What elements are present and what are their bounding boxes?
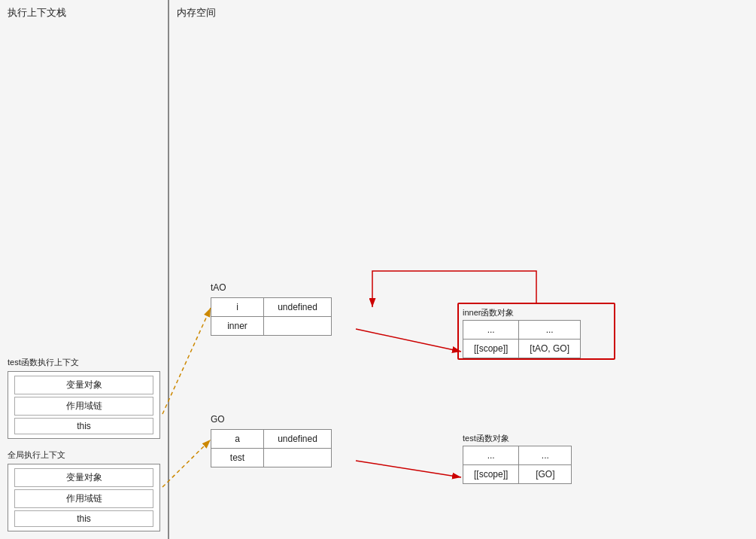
tao-table: i undefined inner: [211, 297, 332, 336]
global-scope-chain: 作用域链: [14, 489, 153, 508]
test-context-box: 变量对象 作用域链 this: [8, 371, 160, 439]
right-panel: 内存空间 tAO i undefined inner GO a: [169, 0, 756, 539]
left-panel-title: 执行上下文栈: [0, 0, 168, 24]
test-dots-right: ...: [519, 446, 572, 465]
go-table: a undefined test: [211, 429, 332, 467]
global-this: this: [14, 510, 153, 527]
tao-label: tAO: [211, 282, 226, 293]
test-context-label: test函数执行上下文: [8, 357, 160, 368]
tao-i-val: undefined: [264, 298, 332, 317]
go-label: GO: [211, 414, 225, 425]
left-panel: 执行上下文栈 test函数执行上下文 变量对象 作用域链 this 全局执行上下…: [0, 0, 169, 539]
main-container: 执行上下文栈 test函数执行上下文 变量对象 作用域链 this 全局执行上下…: [0, 0, 756, 539]
tao-i-key: i: [211, 298, 264, 317]
inner-dots-left: ...: [463, 321, 519, 340]
go-test-key: test: [211, 449, 264, 467]
test-scope-chain: 作用域链: [14, 397, 153, 416]
test-dots-left: ...: [463, 446, 519, 465]
global-context-label: 全局执行上下文: [8, 449, 160, 461]
red-arrow-inner-loop: [372, 271, 536, 307]
go-test-val: [264, 449, 332, 467]
go-a-val: undefined: [264, 430, 332, 449]
test-scope-val: [GO]: [519, 465, 572, 484]
test-obj-table: ... ... [[scope]] [GO]: [463, 446, 572, 484]
diagram-area: tAO i undefined inner GO a undefined: [169, 23, 756, 539]
go-a-key: a: [211, 430, 264, 449]
right-panel-title: 内存空间: [169, 0, 756, 24]
test-this: this: [14, 418, 153, 434]
inner-obj-label: inner函数对象: [463, 307, 514, 318]
global-context-box: 变量对象 作用域链 this: [8, 464, 160, 531]
red-arrow-go-to-test: [356, 461, 461, 477]
global-var-obj: 变量对象: [14, 468, 153, 487]
inner-obj-table: ... ... [[scope]] [tAO, GO]: [463, 320, 581, 358]
inner-scope-key: [[scope]]: [463, 340, 519, 358]
test-obj-label: test函数对象: [463, 433, 509, 444]
tao-inner-key: inner: [211, 317, 264, 336]
inner-scope-val: [tAO, GO]: [519, 340, 581, 358]
inner-dots-right: ...: [519, 321, 581, 340]
test-var-obj: 变量对象: [14, 376, 153, 394]
tao-inner-val: [264, 317, 332, 336]
red-arrow-tao-to-inner: [356, 329, 461, 352]
test-scope-key: [[scope]]: [463, 465, 519, 484]
